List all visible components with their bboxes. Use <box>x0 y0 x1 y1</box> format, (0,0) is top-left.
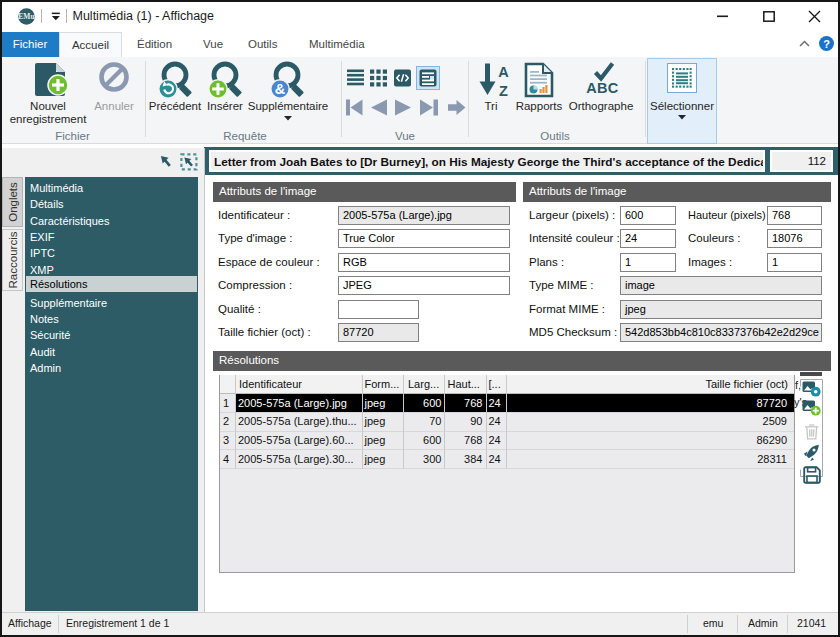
svg-text:?: ? <box>823 38 830 50</box>
svg-text:Raccourcis: Raccourcis <box>7 231 19 288</box>
svg-text:&: & <box>275 81 286 97</box>
svg-text:Z: Z <box>499 83 508 99</box>
svg-text:ABC: ABC <box>586 80 619 96</box>
svg-text:A: A <box>498 64 509 80</box>
svg-text:Onglets: Onglets <box>7 182 19 222</box>
svg-text:EMu: EMu <box>18 12 34 21</box>
